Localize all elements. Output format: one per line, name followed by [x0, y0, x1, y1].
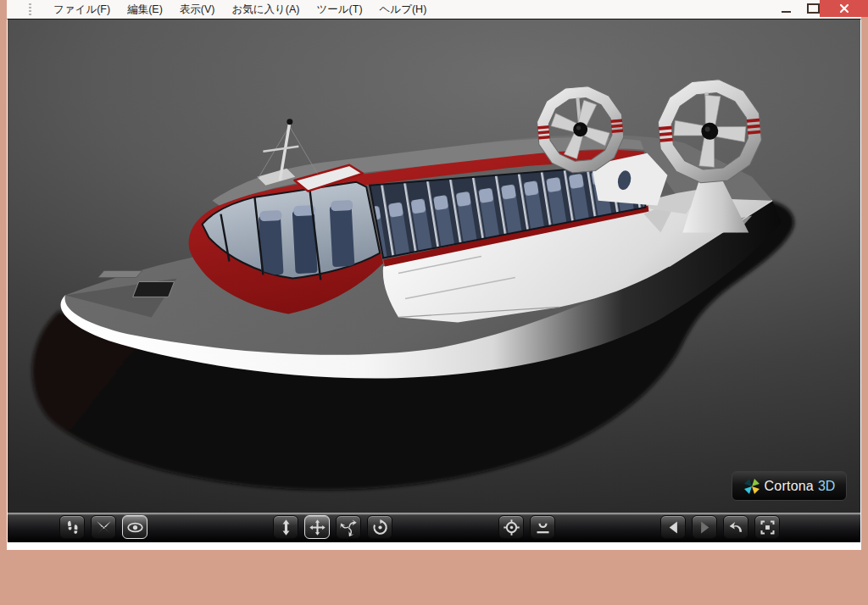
- previous-triangle-icon: [665, 519, 682, 536]
- fit-to-window-button[interactable]: [754, 515, 780, 539]
- browser-window: C:¥Users¥pc-user¥Desktop¥N e C:¥Users¥pc…: [0, 0, 868, 605]
- four-way-arrow-icon: [309, 519, 326, 536]
- turn-button[interactable]: [336, 515, 361, 539]
- maximize-icon: [807, 3, 820, 14]
- hovercraft-model-canvas[interactable]: [8, 19, 860, 513]
- close-button[interactable]: [820, 0, 868, 17]
- walk-mode-button[interactable]: [59, 515, 85, 539]
- move-vertical-button[interactable]: [273, 515, 298, 539]
- spin-button[interactable]: [367, 515, 392, 539]
- cortona-pinwheel-icon: [743, 478, 760, 495]
- seek-button[interactable]: [498, 515, 524, 539]
- minimize-icon: [782, 11, 791, 13]
- minimize-button[interactable]: [773, 0, 798, 17]
- rotate-arrows-icon: [340, 519, 358, 536]
- walk-icon: [64, 519, 81, 536]
- deck-hatch-opening: [133, 281, 175, 297]
- restore-viewpoint-button[interactable]: [723, 515, 748, 539]
- eye-icon: [126, 519, 144, 536]
- client-area: ファイル(F) 編集(E) 表示(V) お気に入り(A) ツール(T) ヘルプ(…: [7, 0, 861, 550]
- model-seats: [259, 200, 354, 275]
- straighten-icon: [534, 519, 552, 536]
- up-down-arrow-icon: [277, 519, 295, 536]
- title-bar: [0, 0, 868, 19]
- logo-suffix-text: 3D: [818, 479, 835, 494]
- logo-brand-text: Cortona: [765, 479, 814, 494]
- next-triangle-icon: [696, 519, 714, 536]
- fly-mode-button[interactable]: [91, 515, 116, 539]
- undo-arrow-icon: [727, 519, 745, 536]
- fit-brackets-icon: [759, 519, 776, 536]
- fly-icon: [95, 519, 113, 536]
- deck-hatch-front: [98, 270, 142, 277]
- pan-button[interactable]: [304, 515, 330, 539]
- prev-viewpoint-button[interactable]: [660, 515, 686, 539]
- straighten-button[interactable]: [530, 515, 555, 539]
- close-icon: [838, 3, 850, 14]
- cortona-toolbar: [7, 513, 861, 542]
- next-viewpoint-button[interactable]: [692, 515, 717, 539]
- crosshair-icon: [503, 519, 520, 536]
- cortona3d-logo[interactable]: Cortona3D: [732, 471, 847, 501]
- spin-arrow-icon: [371, 519, 389, 536]
- status-strip: [7, 542, 861, 550]
- study-mode-button[interactable]: [122, 515, 147, 539]
- viewport-3d[interactable]: Cortona3D: [7, 19, 861, 513]
